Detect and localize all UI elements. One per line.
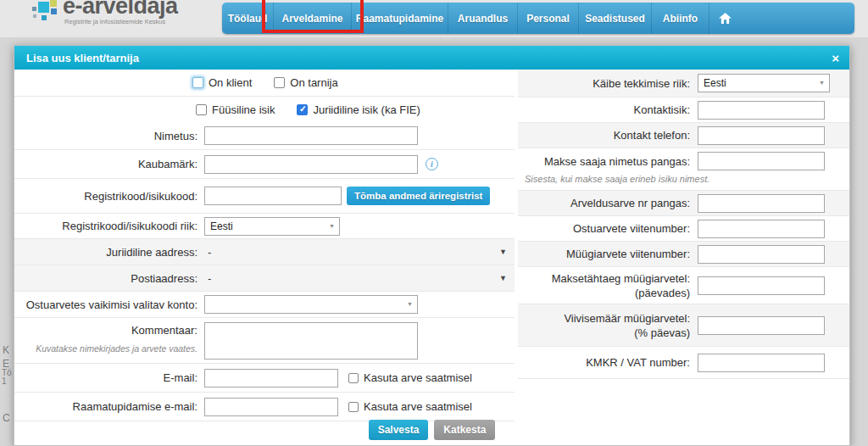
raamatupidamise-email-kasuta-checkbox[interactable] bbox=[348, 402, 359, 412]
modal-add-client-supplier: Lisa uus klient/tarnija × On klient On t… bbox=[14, 45, 850, 446]
nav-tab-seadistused[interactable]: Seadistused bbox=[578, 3, 651, 34]
fyysiline-isik-label: Füüsiline isik bbox=[212, 103, 275, 116]
modal-footer: Salvesta Katkesta bbox=[14, 420, 849, 440]
makse-saaja-label: Makse saaja nimetus pangas: bbox=[518, 155, 698, 168]
nav-tab-aruandlus[interactable]: Aruandlus bbox=[448, 3, 517, 34]
juriidiline-aadress-label: Juriidiline aadress: bbox=[14, 246, 204, 259]
kmkr-input[interactable] bbox=[698, 354, 825, 372]
kommentaar-row: Kommentaar: Kuvatakse nimekirjades ja ar… bbox=[14, 318, 515, 364]
close-icon[interactable]: × bbox=[832, 52, 839, 64]
postiaadress-row: Postiaadress: - ▼ bbox=[14, 265, 515, 292]
logo-subtitle: Registrite ja Infosüsteemide Keskus bbox=[64, 18, 178, 25]
chevron-down-icon: ▼ bbox=[329, 223, 335, 229]
juriidiline-isik-checkbox[interactable] bbox=[297, 104, 308, 115]
myygiarvete-viitenumber-input[interactable] bbox=[698, 245, 825, 264]
raamatupidamise-email-kasuta-label: Kasuta arve saatmisel bbox=[364, 400, 472, 413]
save-button[interactable]: Salvesta bbox=[369, 420, 429, 440]
background-text-fragment: 1 bbox=[2, 376, 7, 386]
postiaadress-label: Postiaadress: bbox=[14, 272, 204, 285]
nimetus-input[interactable] bbox=[204, 126, 418, 145]
kaubamark-label: Kaubamärk: bbox=[14, 158, 204, 170]
kmkr-row: KMKR / VAT number: bbox=[518, 347, 849, 379]
ostuarvete-viitenumber-input[interactable] bbox=[698, 220, 825, 238]
registrikoodi-riik-value: Eesti bbox=[210, 220, 233, 232]
kommentaar-note: Kuvatakse nimekirjades ja arvete vaates. bbox=[14, 343, 198, 354]
kaibe-riik-row: Käibe tekkimise riik: Eesti ▼ bbox=[518, 70, 849, 98]
client-supplier-row: On klient On tarnija bbox=[14, 70, 515, 97]
modal-title: Lisa uus klient/tarnija bbox=[26, 52, 139, 64]
viivisemaar-input[interactable] bbox=[698, 316, 825, 335]
modal-header: Lisa uus klient/tarnija × bbox=[14, 46, 849, 70]
registrikoodi-riik-select[interactable]: Eesti ▼ bbox=[204, 217, 340, 236]
kontakt-telefon-row: Kontakt telefon: bbox=[518, 123, 849, 148]
email-input[interactable] bbox=[204, 369, 338, 387]
raamatupidamise-email-row: Raamatupidamise e-mail: Kasuta arve saat… bbox=[14, 393, 515, 421]
app-logo: e-arveldaja Registrite ja Infosüsteemide… bbox=[32, 0, 178, 25]
email-kasuta-checkbox[interactable] bbox=[348, 373, 359, 383]
modal-left-column: On klient On tarnija Füüsiline isik Juri… bbox=[14, 70, 515, 421]
ostuarvete-konto-select[interactable]: ▼ bbox=[204, 295, 418, 314]
kaubamark-input[interactable] bbox=[204, 155, 418, 174]
on-klient-checkbox[interactable] bbox=[192, 77, 203, 88]
registrikoodi-riik-row: Registrikoodi/isikukoodi riik: Eesti ▼ bbox=[14, 214, 515, 239]
logo-squares-icon bbox=[32, 0, 58, 24]
email-row: E-mail: Kasuta arve saatmisel bbox=[14, 364, 515, 393]
nimetus-row: Nimetus: bbox=[14, 122, 515, 150]
fyysiline-isik-checkbox[interactable] bbox=[196, 104, 207, 115]
kaubamark-row: Kaubamärk: i bbox=[14, 150, 515, 179]
registrikoodi-riik-label: Registrikoodi/isikukoodi riik: bbox=[14, 220, 204, 232]
ostuarvete-viitenumber-label: Ostuarvete viitenumber: bbox=[518, 222, 698, 235]
cancel-button[interactable]: Katkesta bbox=[434, 420, 495, 440]
kommentaar-textarea[interactable] bbox=[204, 322, 418, 360]
registrikood-row: Registrikood/isikukood: Tõmba andmed äri… bbox=[14, 179, 515, 214]
maksetahtaeg-input[interactable] bbox=[698, 276, 825, 295]
myygiarvete-viitenumber-row: Müügiarvete viitenumber: bbox=[518, 242, 849, 267]
chevron-down-icon: ▼ bbox=[819, 80, 825, 86]
top-header: e-arveldaja Registrite ja Infosüsteemide… bbox=[0, 0, 868, 37]
background-text-fragment: K bbox=[3, 344, 9, 356]
kontaktisik-label: Kontaktisik: bbox=[518, 103, 698, 116]
app-root: e-arveldaja Registrite ja Infosüsteemide… bbox=[0, 0, 868, 446]
home-icon bbox=[719, 13, 732, 24]
nimetus-label: Nimetus: bbox=[14, 130, 204, 142]
nav-tab-arveldamine[interactable]: Arveldamine bbox=[273, 3, 351, 34]
expand-legal-address-icon[interactable]: ▼ bbox=[499, 248, 515, 256]
makse-saaja-input[interactable] bbox=[698, 152, 825, 170]
maksetahtaeg-row: Maksetähtaeg müügiarvetel: (päevades) bbox=[518, 267, 849, 304]
on-tarnija-checkbox[interactable] bbox=[274, 77, 285, 88]
nav-tab-raamatupidamine[interactable]: Raamatupidamine bbox=[351, 3, 448, 34]
expand-postal-address-icon[interactable]: ▼ bbox=[499, 274, 515, 282]
info-icon[interactable]: i bbox=[426, 158, 438, 170]
nav-tab-toolaud[interactable]: Töölaud bbox=[222, 3, 273, 34]
kaibe-riik-select[interactable]: Eesti ▼ bbox=[698, 74, 830, 92]
kontaktisik-input[interactable] bbox=[698, 101, 825, 120]
main-nav: Töölaud Arveldamine Raamatupidamine Arua… bbox=[222, 3, 854, 34]
fetch-registry-button[interactable]: Tõmba andmed äriregistrist bbox=[347, 187, 490, 205]
arveldusarve-row: Arveldusarve nr pangas: bbox=[518, 191, 849, 216]
email-label: E-mail: bbox=[14, 371, 204, 384]
registrikood-input[interactable] bbox=[204, 187, 342, 205]
nav-tab-personal[interactable]: Personal bbox=[517, 3, 578, 34]
ostuarvete-viitenumber-row: Ostuarvete viitenumber: bbox=[518, 216, 849, 242]
nav-tab-abiinfo[interactable]: Abiinfo bbox=[651, 3, 709, 34]
makse-saaja-row: Makse saaja nimetus pangas: bbox=[518, 148, 849, 174]
kontaktisik-row: Kontaktisik: bbox=[518, 98, 849, 123]
arveldusarve-input[interactable] bbox=[698, 194, 825, 213]
kommentaar-label: Kommentaar: bbox=[14, 324, 198, 337]
on-tarnija-label: On tarnija bbox=[290, 76, 337, 89]
on-klient-label: On klient bbox=[209, 76, 252, 89]
juriidiline-aadress-value: - bbox=[204, 246, 211, 259]
juriidiline-aadress-row: Juriidiline aadress: - ▼ bbox=[14, 239, 515, 265]
viivisemaar-unit-label: (% päevas) bbox=[518, 326, 690, 339]
postiaadress-value: - bbox=[204, 272, 211, 285]
kaibe-riik-value: Eesti bbox=[704, 77, 726, 89]
raamatupidamise-email-input[interactable] bbox=[204, 398, 338, 416]
nav-home-tab[interactable] bbox=[709, 3, 741, 34]
kaibe-riik-label: Käibe tekkimise riik: bbox=[518, 77, 698, 90]
kontakt-telefon-label: Kontakt telefon: bbox=[518, 129, 698, 142]
viivisemaar-row: Viivisemäär müügiarvetel: (% päevas) bbox=[518, 304, 849, 347]
person-type-row: Füüsiline isik Juriidiline isik (ka FIE) bbox=[14, 97, 515, 122]
kontakt-telefon-input[interactable] bbox=[698, 126, 825, 145]
juriidiline-isik-label: Juriidiline isik (ka FIE) bbox=[313, 103, 420, 116]
chevron-down-icon: ▼ bbox=[407, 301, 413, 307]
